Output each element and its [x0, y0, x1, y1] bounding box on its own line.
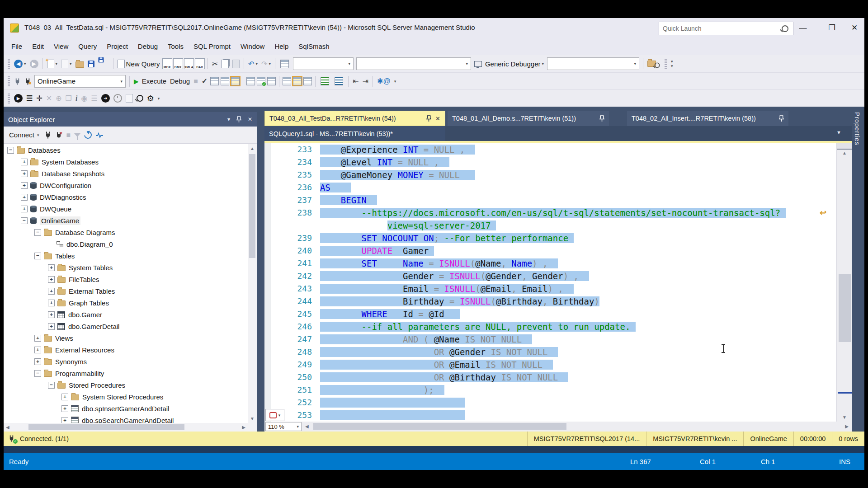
- tree-item-system-stored-procedures[interactable]: +System Stored Procedures: [4, 391, 248, 403]
- tree-expander[interactable]: −: [21, 217, 28, 224]
- navigate-forward-button[interactable]: ▶: [28, 57, 40, 70]
- uncomment-button[interactable]: [332, 75, 346, 88]
- menu-help[interactable]: Help: [269, 38, 293, 55]
- tree-item-synonyms[interactable]: +Synonyms: [4, 356, 248, 367]
- activity-monitor-button[interactable]: [278, 57, 292, 70]
- open-file-button[interactable]: ▾: [59, 57, 74, 70]
- tree-item-programmability[interactable]: −Programmability: [4, 367, 248, 379]
- code-line-250[interactable]: 250 OR @Birthday IS NOT NULL: [264, 371, 836, 384]
- code-line-234[interactable]: 234 @Level INT = NULL ,: [264, 156, 836, 169]
- stop-icon[interactable]: ■: [66, 131, 71, 139]
- toolbar-overflow-button[interactable]: ▾▾: [669, 57, 675, 70]
- menu-project[interactable]: Project: [102, 38, 133, 55]
- tree-expander[interactable]: +: [48, 276, 55, 283]
- code-line-249[interactable]: 249 OR @Email IS NOT NULL: [264, 358, 836, 371]
- tree-item-system-tables[interactable]: +System Tables: [4, 262, 248, 273]
- code-line-245[interactable]: 245 WHERE Id = @Id: [264, 308, 836, 320]
- new-query-button[interactable]: New Query: [116, 57, 162, 70]
- code-suggestion-button[interactable]: ▾: [265, 409, 284, 421]
- toolbar-grip[interactable]: [8, 59, 10, 69]
- tree-item-dwqueue[interactable]: +DWQueue: [4, 203, 248, 215]
- code-line-247[interactable]: 247 AND ( @Name IS NOT NULL: [264, 333, 836, 346]
- toolbar-combo-1[interactable]: ▾: [293, 57, 354, 70]
- tree-expander[interactable]: −: [48, 382, 55, 389]
- code-line-237[interactable]: 237 BEGIN: [264, 194, 836, 206]
- tree-expander[interactable]: +: [34, 335, 41, 342]
- toolbar-grip[interactable]: [8, 94, 10, 103]
- tree-expander[interactable]: −: [34, 229, 41, 236]
- quick-launch-input[interactable]: [659, 25, 782, 32]
- tree-item-filetables[interactable]: +FileTables: [4, 273, 248, 285]
- split-window-handle[interactable]: [837, 143, 853, 150]
- tree-item-dwconfiguration[interactable]: +DWConfiguration: [4, 179, 248, 191]
- tree-item-database-snapshots[interactable]: +Database Snapshots: [4, 168, 248, 179]
- status-char[interactable]: Ch 1: [761, 453, 775, 470]
- menu-view[interactable]: View: [49, 38, 73, 55]
- code-line-243[interactable]: 243 Email = ISNULL(@Email, Email) ,: [264, 282, 836, 295]
- code-line-242[interactable]: 242 Gender = ISNULL(@Gender, Gender) ,: [264, 270, 836, 282]
- history-button[interactable]: [112, 92, 124, 105]
- estimated-plan-icon[interactable]: [246, 77, 255, 85]
- editor-horizontal-scrollbar[interactable]: ◀ ▶: [302, 422, 852, 432]
- code-line-wrap[interactable]: view=sql-server-2017: [264, 219, 836, 232]
- execute-button[interactable]: ▶Execute: [132, 75, 168, 88]
- status-column[interactable]: Col 1: [700, 453, 716, 470]
- parse-button[interactable]: ✓: [200, 75, 209, 88]
- tree-expander[interactable]: +: [48, 288, 55, 295]
- client-stats-icon[interactable]: [267, 77, 276, 85]
- disconnect-icon[interactable]: ✕: [55, 131, 62, 139]
- tab-document-1[interactable]: T048_03_All_TestDa...R7RETIT\kevin (54))…: [264, 111, 445, 126]
- code-line-241[interactable]: 241 SET Name = ISNULL(@Name, Name) ,: [264, 257, 836, 270]
- tree-expander[interactable]: +: [21, 206, 28, 212]
- generic-debugger-dropdown[interactable]: Generic Debugger▾: [472, 57, 546, 70]
- tree-expander[interactable]: +: [48, 300, 55, 306]
- results-to-file-icon[interactable]: [303, 77, 312, 85]
- object-explorer-titlebar[interactable]: Object Explorer ▾ ✕: [4, 112, 257, 127]
- minimize-button[interactable]: —: [794, 21, 812, 35]
- pin-icon[interactable]: [426, 115, 431, 122]
- menu-file[interactable]: File: [6, 38, 27, 55]
- toolbar-combo-2[interactable]: ▾: [356, 57, 471, 70]
- activity-monitor-icon[interactable]: [95, 132, 104, 138]
- undo-button[interactable]: ↶▾: [246, 57, 259, 70]
- search-objects-button[interactable]: [135, 92, 145, 105]
- go-to-button[interactable]: ➜: [99, 92, 112, 105]
- properties-autohide-tab[interactable]: Properties: [854, 112, 861, 145]
- navigate-objects-button[interactable]: ✛: [34, 92, 44, 105]
- tab-document-2[interactable]: T048_01_All_Demo.s...7RETIT\kevin (51)): [448, 111, 609, 126]
- tab-list-dropdown-icon[interactable]: ▼: [836, 130, 841, 135]
- paste-button[interactable]: [231, 57, 241, 70]
- script-list-button[interactable]: ☰: [89, 92, 99, 105]
- code-editor[interactable]: 233 @Experience INT = NULL , 234 @Level …: [264, 143, 836, 422]
- tree-expander[interactable]: +: [48, 323, 55, 330]
- tab-document-3[interactable]: T048_02_All_Insert....R7RETIT\kevin (58)…: [627, 111, 788, 126]
- toolbar-grip[interactable]: [665, 59, 667, 69]
- code-line-253[interactable]: 253: [264, 409, 836, 422]
- tree-item-dbo-diagram-0[interactable]: dbo.Diagram_0: [4, 238, 248, 250]
- increase-indent-button[interactable]: ⇥: [361, 75, 370, 88]
- maximize-button[interactable]: ❐: [823, 21, 841, 35]
- connect-button[interactable]: Connect▾: [7, 131, 41, 139]
- status-insert-mode[interactable]: INS: [839, 453, 850, 470]
- tree-expander[interactable]: +: [48, 264, 55, 271]
- cancel-query-button[interactable]: ■: [192, 75, 200, 88]
- tree-expander[interactable]: +: [61, 394, 68, 400]
- menu-window[interactable]: Window: [236, 38, 269, 55]
- tree-item-dbo-gamer[interactable]: +dbo.Gamer: [4, 309, 248, 320]
- tree-item-dwdiagnostics[interactable]: +DWDiagnostics: [4, 191, 248, 203]
- live-stats-icon[interactable]: ✓: [257, 77, 265, 85]
- editor-zoom-selector[interactable]: 110 %▾: [265, 422, 302, 431]
- panel-splitter[interactable]: [257, 107, 264, 432]
- tree-item-stored-procedures[interactable]: −Stored Procedures: [4, 379, 248, 391]
- code-line-235[interactable]: 235 @GameMoney MONEY = NULL: [264, 169, 836, 181]
- code-line-248[interactable]: 248 OR @Gender IS NOT NULL: [264, 346, 836, 358]
- run-script-button[interactable]: ▶: [12, 92, 24, 105]
- new-mdx-query-button[interactable]: MDX: [162, 58, 172, 69]
- tree-item-dbo-gamerdetail[interactable]: +dbo.GamerDetail: [4, 320, 248, 332]
- menu-sqlsmash[interactable]: SqlSmash: [293, 38, 334, 55]
- open-folder-button[interactable]: [74, 57, 86, 70]
- tree-item-databases[interactable]: −Databases: [4, 144, 248, 156]
- toolbar-grip[interactable]: [8, 76, 10, 86]
- tree-item-dbo-spsearchgameranddetail[interactable]: +dbo.spSearchGamerAndDetail: [4, 414, 248, 423]
- decrease-indent-button[interactable]: ⇤: [351, 75, 360, 88]
